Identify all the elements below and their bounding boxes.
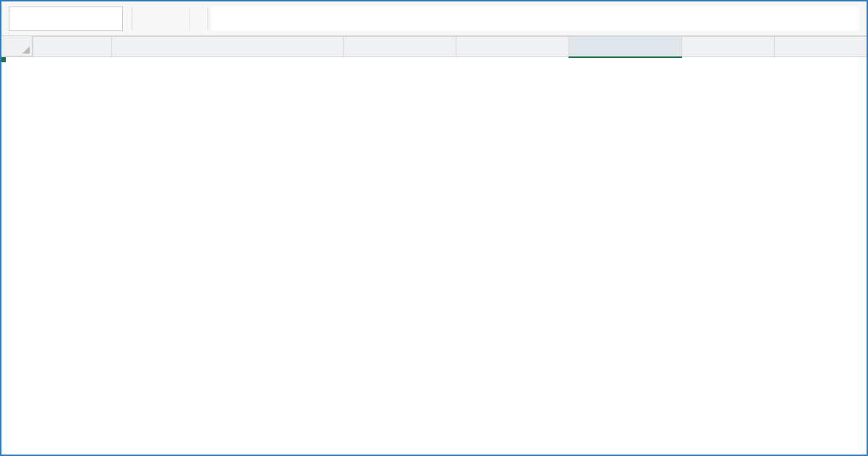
col-header-A[interactable]: [33, 37, 112, 57]
col-header-C[interactable]: [344, 37, 456, 57]
cell-selection-outline: [1, 58, 4, 61]
formula-bar: [1, 1, 867, 36]
name-box-dropdown[interactable]: [189, 7, 190, 30]
select-all-button[interactable]: [1, 36, 33, 56]
name-box[interactable]: [9, 7, 123, 31]
col-header-D[interactable]: [456, 37, 569, 57]
divider: [208, 7, 208, 30]
col-header-B[interactable]: [112, 37, 344, 57]
divider: [132, 7, 132, 30]
column-header-row: [2, 37, 867, 57]
cells-table: [1, 36, 867, 58]
cancel-button[interactable]: [135, 7, 157, 30]
fill-handle[interactable]: [1, 57, 6, 62]
enter-button[interactable]: [157, 7, 179, 30]
col-header-E[interactable]: [569, 37, 682, 57]
formula-input[interactable]: [211, 7, 859, 31]
col-header-G[interactable]: [775, 37, 867, 57]
col-header-F[interactable]: [682, 37, 775, 57]
worksheet-grid: [1, 36, 867, 58]
